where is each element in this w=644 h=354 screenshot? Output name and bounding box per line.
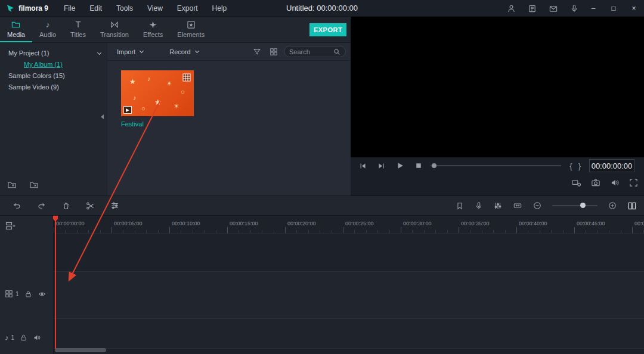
search-box[interactable] — [284, 46, 346, 57]
grid-view-icon[interactable] — [270, 48, 278, 56]
chevron-down-icon — [195, 48, 199, 52]
menu-tools[interactable]: Tools — [116, 4, 133, 13]
doodle-icon: ♪ — [133, 94, 137, 101]
stop-button[interactable] — [415, 162, 422, 169]
panel-collapse-arrow[interactable] — [101, 114, 104, 119]
undo-icon[interactable] — [12, 201, 21, 210]
audio-mixer-icon[interactable] — [494, 201, 502, 210]
account-icon[interactable] — [507, 4, 516, 13]
lock-icon[interactable] — [20, 334, 27, 341]
timeline-ruler[interactable]: 00:00:00:00 00:00:05:00 00:00:10:00 00:0… — [54, 216, 644, 234]
tab-transition[interactable]: Transition — [93, 17, 136, 42]
search-input[interactable] — [289, 48, 331, 55]
playback-progress-slider[interactable] — [431, 165, 561, 166]
mute-speaker-icon[interactable] — [33, 334, 41, 341]
delete-icon[interactable] — [62, 201, 70, 210]
previous-frame-button[interactable] — [359, 162, 367, 170]
chevron-down-icon[interactable] — [97, 50, 101, 54]
menu-edit[interactable]: Edit — [89, 4, 102, 13]
import-dropdown[interactable]: Import — [117, 48, 143, 55]
delete-folder-icon[interactable] — [29, 181, 39, 190]
track-headers: 1 ♪ 1 — [0, 216, 54, 354]
menu-file[interactable]: File — [64, 4, 75, 13]
mark-out-button[interactable]: } — [578, 162, 581, 170]
media-clip-festival[interactable]: ★ ♪ ☀ ○ ♪ ★ ☀ ○ — [121, 70, 194, 116]
sidebar-item-sample-video[interactable]: Sample Video (9) — [0, 82, 107, 93]
video-track-lane[interactable] — [54, 271, 644, 319]
mark-in-button[interactable]: { — [569, 162, 572, 170]
minimize-button[interactable]: – — [583, 0, 603, 17]
window-controls: – □ × — [583, 0, 644, 17]
preview-panel: { } 00:00:00:00 — [351, 17, 644, 195]
add-folder-icon[interactable] — [7, 181, 17, 190]
eye-icon[interactable] — [38, 290, 47, 298]
manage-tracks-icon[interactable] — [5, 221, 16, 231]
clip-play-badge-icon[interactable] — [123, 106, 132, 114]
play-button[interactable] — [396, 162, 404, 170]
edit-tools-left — [12, 201, 119, 210]
snapshot-camera-icon[interactable] — [591, 178, 600, 187]
clip-grid-badge-icon[interactable] — [182, 73, 191, 82]
timeline-layout-icon[interactable] — [627, 201, 637, 210]
audio-note-icon: ♪ — [46, 20, 50, 29]
titlebar-icons — [507, 0, 578, 17]
filmora-logo-icon — [6, 4, 15, 13]
tab-titles[interactable]: T Titles — [63, 17, 93, 42]
tab-audio[interactable]: ♪ Audio — [32, 17, 63, 42]
preview-timecode[interactable]: 00:00:00:00 — [589, 159, 634, 172]
menu-export[interactable]: Export — [177, 4, 198, 13]
zoom-in-icon[interactable] — [608, 201, 617, 210]
adjust-icon[interactable] — [110, 201, 119, 210]
sidebar-item-my-album[interactable]: My Album (1) — [0, 59, 107, 70]
ruler-label: 00:00:35:00 — [461, 221, 490, 226]
timeline-zoom-handle[interactable] — [580, 203, 586, 208]
close-button[interactable]: × — [624, 0, 644, 17]
tab-effects[interactable]: Effects — [136, 17, 170, 42]
record-dropdown[interactable]: Record — [169, 48, 198, 55]
doodle-icon: ☀ — [174, 103, 179, 110]
scissors-icon[interactable] — [86, 201, 95, 210]
redo-icon[interactable] — [37, 201, 47, 210]
menu-view[interactable]: View — [147, 4, 163, 13]
menu-help[interactable]: Help — [212, 4, 227, 13]
mail-icon[interactable] — [549, 4, 558, 13]
sample-colors-label: Sample Colors (15) — [8, 72, 65, 80]
ripple-edit-icon[interactable] — [513, 201, 522, 210]
tab-titles-label: Titles — [70, 31, 86, 38]
titles-icon: T — [76, 20, 81, 29]
lock-icon[interactable] — [24, 290, 32, 298]
media-toolbar: Import Record — [107, 43, 351, 61]
marker-icon[interactable] — [456, 201, 464, 210]
playhead[interactable] — [55, 216, 56, 349]
doodle-icon: ♪ — [147, 75, 151, 82]
playback-progress-handle[interactable] — [432, 163, 436, 168]
export-button[interactable]: EXPORT — [309, 23, 346, 36]
tab-media[interactable]: Media — [0, 17, 32, 42]
app-name: filmora 9 — [18, 4, 48, 13]
preview-video-area[interactable] — [351, 17, 644, 157]
tab-audio-label: Audio — [39, 31, 56, 38]
timeline-zoom-slider[interactable] — [552, 205, 597, 206]
ruler-label: 00:00:25:00 — [345, 221, 374, 226]
filmora-app-window: filmora 9 File Edit Tools View Export He… — [0, 0, 644, 354]
voiceover-mic-icon[interactable] — [475, 201, 483, 210]
clip-name[interactable]: Festival — [121, 120, 144, 128]
search-icon[interactable] — [333, 48, 340, 55]
microphone-icon[interactable] — [570, 4, 578, 13]
fullscreen-icon[interactable] — [629, 178, 638, 187]
filter-icon[interactable] — [253, 48, 261, 56]
sidebar-item-my-project[interactable]: My Project (1) — [0, 48, 107, 59]
timeline-horizontal-scrollbar[interactable] — [55, 348, 106, 352]
tab-elements[interactable]: Elements — [170, 17, 212, 42]
ruler-label: 00:00:10:00 — [172, 221, 200, 226]
video-track-number: 1 — [16, 291, 19, 297]
document-icon[interactable] — [528, 4, 537, 13]
display-settings-icon[interactable] — [571, 178, 581, 187]
maximize-button[interactable]: □ — [603, 0, 624, 17]
ruler-label: 00:00:15:00 — [230, 221, 258, 226]
next-frame-button[interactable] — [377, 162, 385, 170]
audio-track-lane[interactable] — [54, 319, 644, 349]
volume-icon[interactable] — [610, 178, 620, 187]
zoom-out-icon[interactable] — [533, 201, 541, 210]
sidebar-item-sample-colors[interactable]: Sample Colors (15) — [0, 70, 107, 82]
